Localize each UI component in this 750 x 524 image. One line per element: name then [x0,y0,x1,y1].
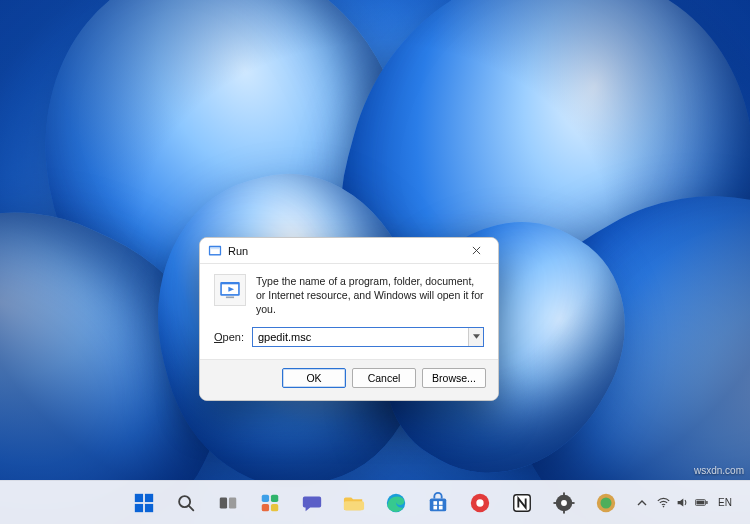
svg-point-30 [476,499,483,506]
svg-rect-2 [210,247,220,249]
search-button[interactable] [168,485,204,521]
svg-rect-37 [571,502,575,504]
svg-point-39 [601,497,612,508]
app1-button[interactable] [462,485,498,521]
widgets-icon [259,492,281,514]
store-icon [427,492,449,514]
task-view-button[interactable] [210,485,246,521]
svg-rect-26 [439,501,443,505]
run-dialog: Run Type the name of a program, folder, … [199,237,499,401]
taskbar-center [126,485,624,521]
wifi-icon[interactable] [657,496,670,509]
watermark: wsxdn.com [694,465,744,476]
settings-button[interactable] [546,485,582,521]
browse-button[interactable]: Browse... [422,368,486,388]
app2-button[interactable] [504,485,540,521]
volume-icon[interactable] [676,496,689,509]
svg-rect-20 [262,503,269,510]
app3-button[interactable] [588,485,624,521]
open-label: Open: [214,331,244,343]
open-input[interactable] [252,327,484,347]
run-titlebar[interactable]: Run [200,238,498,264]
svg-rect-16 [220,497,227,508]
svg-rect-18 [262,494,269,501]
svg-rect-28 [439,505,443,509]
app-red-icon [469,492,491,514]
svg-rect-17 [229,497,236,508]
svg-rect-34 [563,492,565,496]
start-button[interactable] [126,485,162,521]
run-titlebar-icon [208,244,222,258]
chat-icon [301,492,323,514]
svg-rect-8 [226,297,234,299]
tray-language[interactable]: EN [718,497,732,508]
widgets-button[interactable] [252,485,288,521]
svg-rect-10 [135,493,143,501]
svg-rect-24 [430,498,447,511]
svg-marker-9 [473,334,480,338]
svg-rect-44 [697,501,705,505]
svg-rect-13 [145,503,153,511]
folder-icon [343,492,365,514]
store-button[interactable] [420,485,456,521]
edge-button[interactable] [378,485,414,521]
run-description: Type the name of a program, folder, docu… [256,274,484,317]
taskview-icon [217,492,239,514]
search-icon [175,492,197,514]
chat-button[interactable] [294,485,330,521]
svg-rect-27 [433,505,437,509]
cancel-button[interactable]: Cancel [352,368,416,388]
svg-rect-25 [433,501,437,505]
tray-chevron-up-icon[interactable] [637,497,647,508]
open-dropdown-button[interactable] [468,328,483,346]
svg-rect-12 [135,503,143,511]
run-title: Run [228,245,458,257]
svg-rect-21 [271,503,278,510]
svg-marker-41 [678,498,684,506]
svg-line-15 [189,505,193,509]
svg-point-33 [561,500,567,506]
desktop: Run Type the name of a program, folder, … [0,0,750,524]
svg-rect-22 [344,501,364,510]
app-n-icon [511,492,533,514]
ok-button[interactable]: OK [282,368,346,388]
system-tray: EN [637,481,742,524]
svg-rect-43 [706,501,707,504]
svg-point-40 [663,506,665,508]
file-explorer-button[interactable] [336,485,372,521]
svg-rect-11 [145,493,153,501]
edge-icon [385,492,407,514]
svg-rect-19 [271,494,278,501]
close-button[interactable] [458,238,494,264]
gear-icon [553,492,575,514]
taskbar: EN [0,480,750,524]
windows-icon [133,492,155,514]
svg-rect-35 [563,509,565,513]
battery-icon[interactable] [695,496,708,509]
svg-rect-36 [553,502,557,504]
app-green-icon [595,492,617,514]
run-program-icon [214,274,246,306]
